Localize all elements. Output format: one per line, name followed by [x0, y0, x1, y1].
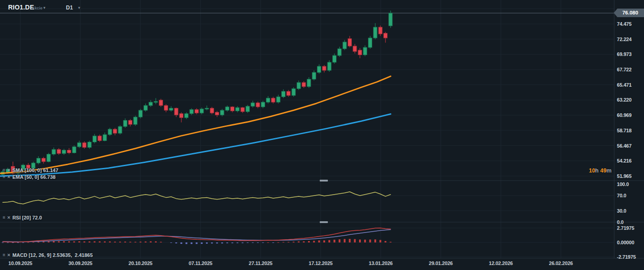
candle [57, 148, 61, 155]
candle [363, 46, 367, 56]
candle [190, 108, 193, 115]
macd-tick-label: 2.71975 [617, 225, 634, 231]
candle [287, 90, 290, 97]
indicator-remove-icon[interactable]: ✕ [7, 215, 11, 220]
date-axis-label: 12.02.2026 [489, 261, 513, 266]
candle [103, 133, 107, 141]
candle [236, 106, 239, 112]
indicator-settings-icon[interactable]: ≡ [3, 253, 5, 257]
candle [353, 44, 357, 54]
candle [251, 101, 255, 107]
price-tick-label: 74.475 [617, 21, 631, 27]
chevron-down-icon[interactable]: ▾ [43, 5, 46, 10]
date-axis-label: 26.02.2026 [549, 261, 573, 266]
candle [83, 141, 86, 149]
price-tick-label: 60.969 [617, 112, 631, 118]
indicator-row-ema: ≡✕EMA [50, 0] 66.738 [3, 174, 56, 180]
date-axis-label: 07.11.2025 [189, 261, 212, 266]
candle [276, 95, 280, 103]
candle [373, 23, 377, 39]
indicator-row-sma: ≡✕SMA [100, 0] 61.147 [3, 167, 58, 173]
candle [231, 106, 234, 112]
date-axis-label: 29.01.2026 [429, 261, 453, 266]
candle [98, 135, 102, 142]
rsi-tick-label: 0.0 [617, 219, 624, 225]
indicator-settings-icon[interactable]: ≡ [3, 175, 5, 179]
candle [93, 134, 96, 144]
countdown-hours: 10 [589, 168, 595, 174]
symbol-market-type: Akcie [32, 6, 42, 10]
candle [297, 80, 300, 90]
candle [134, 116, 137, 126]
price-tick-label: 54.216 [617, 158, 631, 164]
date-axis-label: 30.09.2025 [68, 261, 92, 266]
candle [266, 96, 270, 103]
candle [47, 153, 51, 162]
candle [42, 157, 45, 163]
candle [174, 107, 178, 117]
timeframe-selector[interactable]: D1 [66, 5, 73, 11]
price-tick-label: 69.973 [617, 51, 631, 57]
candle [205, 106, 209, 110]
candle [348, 36, 351, 47]
indicator-remove-icon[interactable]: ✕ [7, 253, 11, 257]
indicator-remove-icon[interactable]: ✕ [7, 175, 11, 179]
candle [215, 111, 219, 117]
pane-resize-handle[interactable] [320, 221, 328, 223]
candle [246, 105, 249, 113]
chart-canvas[interactable] [0, 0, 644, 270]
candle [261, 101, 265, 108]
indicator-label[interactable]: EMA [50, 0] 66.738 [12, 174, 56, 180]
candle [154, 98, 158, 104]
sma-line [0, 114, 391, 177]
candle [180, 112, 183, 122]
candle [164, 104, 168, 112]
candle [62, 149, 66, 155]
candle [123, 118, 127, 128]
chevron-down-icon[interactable]: ▾ [78, 5, 80, 10]
price-tick-label: 65.471 [617, 82, 631, 88]
rsi-line [3, 192, 391, 204]
candle [185, 112, 188, 119]
candle [384, 32, 387, 43]
candle [52, 148, 56, 156]
price-tick-label: 63.220 [617, 97, 631, 103]
pane-resize-handle[interactable] [320, 180, 328, 182]
date-axis-label: 10.09.2025 [8, 261, 32, 266]
candle [67, 148, 71, 154]
symbol-name[interactable]: RIO1.DE [8, 4, 34, 11]
macd-line [3, 228, 391, 242]
price-tick-label: 67.722 [617, 66, 631, 73]
candle [312, 70, 316, 80]
indicator-label[interactable]: RSI [20] 72.0 [12, 215, 42, 220]
macd-signal-line [3, 230, 391, 242]
current-price-badge: 76.080 [614, 9, 644, 17]
gridlines [0, 0, 614, 258]
indicator-remove-icon[interactable]: ✕ [7, 168, 11, 172]
indicator-row-rsi: ≡✕RSI [20] 72.0 [3, 214, 42, 221]
candle [271, 97, 275, 103]
candle [369, 36, 372, 49]
candle [338, 47, 341, 57]
candle [333, 53, 336, 63]
candle [282, 89, 285, 98]
countdown-hours-unit: h [595, 168, 600, 174]
candle [169, 106, 173, 112]
trading-chart-app: RIO1.DE Akcie ▾ D1 ▾ ≡✕SMA [100, 0] 61.1… [0, 0, 644, 270]
date-axis-label: 17.12.2025 [308, 261, 332, 266]
rsi-tick-label: 100.0 [617, 181, 629, 187]
rsi-tick-label: 70.0 [617, 192, 626, 199]
candle [72, 145, 76, 154]
candle [307, 77, 311, 88]
indicator-settings-icon[interactable]: ≡ [3, 168, 5, 172]
candle [317, 64, 321, 74]
indicator-settings-icon[interactable]: ≡ [3, 215, 5, 220]
countdown-minutes: 49 [600, 168, 607, 174]
candle [343, 40, 346, 50]
indicator-label[interactable]: SMA [100, 0] 61.147 [12, 168, 58, 173]
candle [129, 119, 132, 126]
indicator-label[interactable]: MACD [12, 26, 9] 2.53635, 2.41865 [12, 252, 93, 258]
candle [139, 109, 142, 118]
candle [159, 99, 163, 107]
candle [210, 107, 214, 114]
